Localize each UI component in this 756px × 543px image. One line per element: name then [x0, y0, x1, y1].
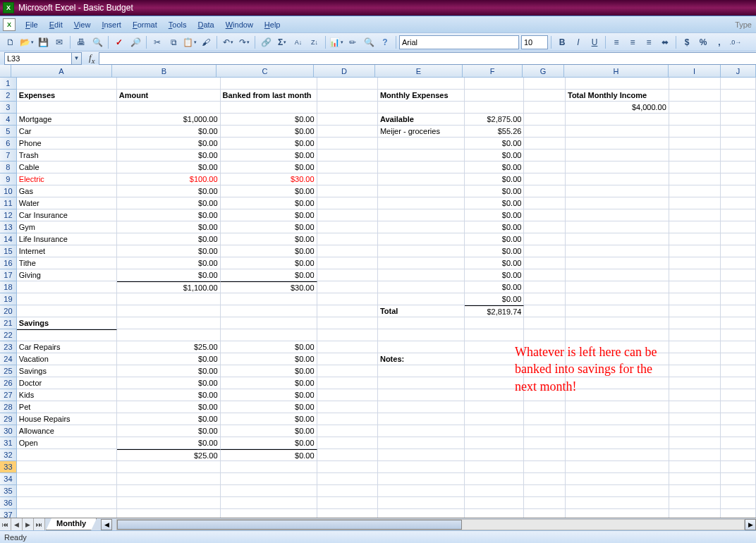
- cell-D35[interactable]: [317, 485, 378, 497]
- cell-I12[interactable]: [669, 209, 721, 221]
- col-header-D[interactable]: D: [314, 65, 375, 77]
- hscroll-left-icon[interactable]: ◀: [101, 519, 112, 530]
- cell-G29[interactable]: [524, 413, 566, 425]
- cell-H17[interactable]: [566, 269, 669, 281]
- cell-J24[interactable]: [721, 353, 756, 365]
- row-header[interactable]: 18: [0, 281, 17, 293]
- cell-J22[interactable]: [721, 329, 756, 341]
- cell-F17[interactable]: $0.00: [465, 269, 524, 281]
- bold-icon[interactable]: B: [554, 35, 570, 50]
- cell-B26[interactable]: $0.00: [117, 377, 221, 389]
- cell-H8[interactable]: [566, 161, 669, 173]
- cell-C24[interactable]: $0.00: [221, 353, 317, 365]
- cell-C9[interactable]: $30.00: [221, 173, 317, 185]
- cell-A10[interactable]: Gas: [17, 185, 117, 197]
- name-box[interactable]: L33: [4, 52, 72, 65]
- cell-J12[interactable]: [721, 209, 756, 221]
- menu-view[interactable]: View: [68, 18, 97, 31]
- cell-F9[interactable]: $0.00: [465, 173, 524, 185]
- cell-D28[interactable]: [317, 401, 378, 413]
- cell-B7[interactable]: $0.00: [117, 150, 221, 161]
- cell-B17[interactable]: $0.00: [117, 269, 221, 281]
- cell-D19[interactable]: [317, 293, 378, 305]
- cell-D4[interactable]: [317, 114, 378, 126]
- cell-A6[interactable]: Phone: [17, 138, 117, 150]
- cell-D9[interactable]: [317, 173, 378, 185]
- cell-J11[interactable]: [721, 197, 756, 209]
- cell-H31[interactable]: [566, 437, 669, 449]
- cell-G13[interactable]: [524, 221, 566, 233]
- select-all-corner[interactable]: [0, 65, 11, 77]
- cell-H33[interactable]: [566, 461, 669, 473]
- cell-D37[interactable]: [317, 509, 378, 518]
- cell-I25[interactable]: [669, 365, 721, 377]
- paste-icon[interactable]: 📋: [182, 35, 197, 50]
- cell-G12[interactable]: [524, 209, 566, 221]
- cell-B29[interactable]: $0.00: [117, 413, 221, 425]
- cell-I33[interactable]: [669, 461, 721, 473]
- cell-I24[interactable]: [669, 353, 721, 365]
- cell-E6[interactable]: [378, 138, 465, 150]
- cell-A31[interactable]: Open: [17, 437, 117, 449]
- row-header[interactable]: 9: [0, 173, 17, 185]
- cell-H32[interactable]: [566, 449, 669, 461]
- cell-G9[interactable]: [524, 173, 566, 185]
- row-header[interactable]: 11: [0, 197, 17, 209]
- cell-C10[interactable]: $0.00: [221, 185, 317, 197]
- cell-C4[interactable]: $0.00: [221, 114, 317, 126]
- cell-F12[interactable]: $0.00: [465, 209, 524, 221]
- cell-E9[interactable]: [378, 173, 465, 185]
- cell-G33[interactable]: [524, 461, 566, 473]
- cell-H3[interactable]: $4,000.00: [566, 102, 669, 114]
- cell-A20[interactable]: [17, 305, 117, 317]
- cell-A24[interactable]: Vacation: [17, 353, 117, 365]
- cell-F28[interactable]: [465, 401, 524, 413]
- spellcheck-icon[interactable]: ✓: [111, 35, 127, 50]
- cell-H11[interactable]: [566, 197, 669, 209]
- cell-D24[interactable]: [317, 353, 378, 365]
- cell-H10[interactable]: [566, 185, 669, 197]
- cell-G34[interactable]: [524, 473, 566, 485]
- cell-C6[interactable]: $0.00: [221, 138, 317, 150]
- col-header-A[interactable]: A: [11, 65, 112, 77]
- cell-C30[interactable]: $0.00: [221, 425, 317, 437]
- drawing-icon[interactable]: ✏: [345, 35, 360, 50]
- save-icon[interactable]: 💾: [35, 35, 51, 50]
- cell-I23[interactable]: [669, 341, 721, 353]
- cell-B35[interactable]: [117, 485, 221, 497]
- cell-E10[interactable]: [378, 185, 465, 197]
- cell-G10[interactable]: [524, 185, 566, 197]
- row-header[interactable]: 4: [0, 114, 17, 126]
- cell-D11[interactable]: [317, 197, 378, 209]
- sort-desc-icon[interactable]: Z↓: [307, 35, 322, 50]
- cell-I35[interactable]: [669, 485, 721, 497]
- cell-E15[interactable]: [378, 245, 465, 257]
- print-preview-icon[interactable]: 🔍: [90, 35, 105, 50]
- cell-J36[interactable]: [721, 497, 756, 509]
- cell-F14[interactable]: $0.00: [465, 233, 524, 245]
- cell-F2[interactable]: [465, 90, 524, 102]
- cell-B22[interactable]: [117, 329, 221, 341]
- cell-A34[interactable]: [17, 473, 117, 485]
- cell-B36[interactable]: [117, 497, 221, 509]
- menu-tools[interactable]: Tools: [163, 18, 193, 31]
- cell-E36[interactable]: [378, 497, 465, 509]
- cell-A18[interactable]: [17, 281, 117, 293]
- cell-B24[interactable]: $0.00: [117, 353, 221, 365]
- align-right-icon[interactable]: ≡: [641, 35, 657, 50]
- cell-H29[interactable]: [566, 413, 669, 425]
- cell-E1[interactable]: [378, 78, 465, 90]
- cell-H14[interactable]: [566, 233, 669, 245]
- cell-A37[interactable]: [17, 509, 117, 518]
- cell-C18[interactable]: $30.00: [221, 281, 317, 293]
- cell-F4[interactable]: $2,875.00: [465, 114, 524, 126]
- italic-icon[interactable]: I: [571, 35, 586, 50]
- cell-D17[interactable]: [317, 269, 378, 281]
- help-icon[interactable]: ?: [377, 35, 393, 50]
- cell-E17[interactable]: [378, 269, 465, 281]
- cell-B11[interactable]: $0.00: [117, 197, 221, 209]
- row-header[interactable]: 2: [0, 90, 17, 102]
- cell-A17[interactable]: Giving: [17, 269, 117, 281]
- cell-I8[interactable]: [669, 161, 721, 173]
- cell-H30[interactable]: [566, 425, 669, 437]
